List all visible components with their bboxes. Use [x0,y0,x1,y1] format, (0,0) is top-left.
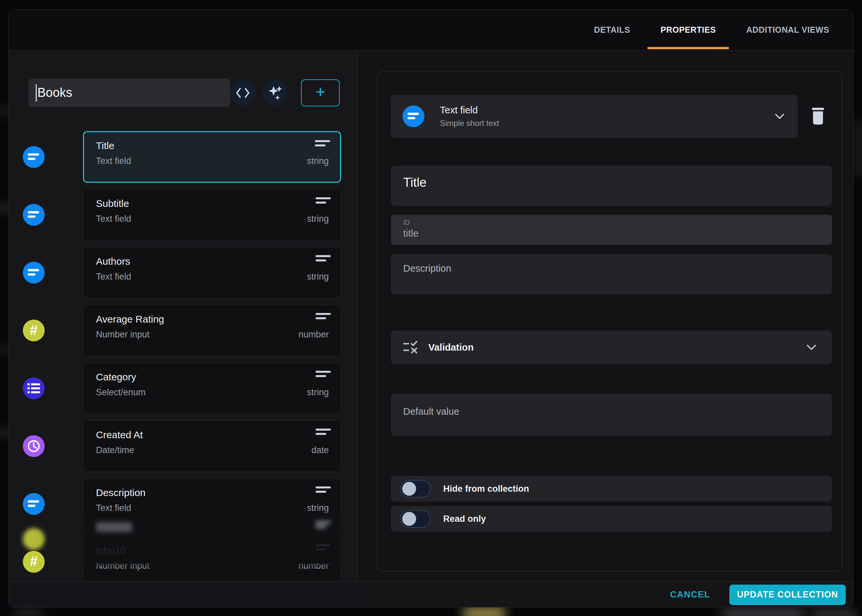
hide-from-collection-label: Hide from collection [443,484,529,494]
active-tab-underline [647,47,729,49]
id-label: ID [403,219,832,226]
id-value: title [403,228,832,239]
tab-details[interactable]: DETAILS [579,9,645,50]
drag-handle-icon[interactable] [315,197,331,206]
collection-name-value: Books [37,86,72,100]
drag-handle-icon[interactable] [315,255,331,264]
field-card-authors[interactable]: Authors Text field string [83,247,341,299]
field-row: Created At Date/time date [9,420,357,472]
field-row: # Average Rating Number input number [9,305,357,356]
read-only-toggle-row[interactable]: Read only [391,506,832,532]
tab-additional-views-label: ADDITIONAL VIEWS [746,25,829,35]
short-text-icon [23,146,45,168]
number-icon: # [23,319,45,341]
default-value-placeholder: Default value [403,406,459,417]
validation-expander[interactable]: Validation [391,330,832,364]
property-editor-panel: Text field Simple short text [358,50,853,607]
add-field-button[interactable]: + [301,79,340,107]
auto-awesome-icon [268,85,282,101]
field-row: Title Text field string [9,131,357,183]
field-card-created-at[interactable]: Created At Date/time date [83,420,341,472]
tab-properties-label: PROPERTIES [660,25,716,35]
toggle-knob [402,512,416,526]
field-type-selector[interactable]: Text field Simple short text [391,95,798,138]
text-caret [36,84,37,101]
collection-name-row: Books [28,79,340,107]
collection-schema-panel: Books [9,50,358,607]
description-placeholder: Description [403,263,451,273]
tab-additional-views[interactable]: ADDITIONAL VIEWS [731,9,845,50]
drag-handle-icon [315,522,331,530]
background-blur-blob [856,119,862,178]
list-icon [23,377,45,399]
toggle-knob [402,482,416,496]
field-name-value: Title [403,176,426,189]
drag-handle-icon[interactable] [315,140,330,149]
trash-icon [811,108,825,125]
toggle-switch[interactable] [400,480,431,498]
field-card-average-rating[interactable]: Average Rating Number input number [83,305,341,356]
tab-details-label: DETAILS [594,25,630,35]
field-card-title[interactable]: Title Text field string [83,131,341,183]
collection-name-input[interactable]: Books [28,79,230,107]
field-row-partial-blurred [9,513,341,565]
chevron-down-icon [807,344,816,350]
background-blur-blob [462,606,506,616]
hide-from-collection-toggle-row[interactable]: Hide from collection [391,476,832,502]
drag-handle-icon[interactable] [315,486,331,495]
field-row: Authors Text field string [9,247,357,299]
drag-handle-icon[interactable] [315,371,331,379]
short-text-icon [23,262,45,284]
field-name-input[interactable]: Title [391,165,832,206]
drag-handle-icon[interactable] [315,429,331,437]
field-description-input[interactable]: Description [391,254,832,294]
cancel-button[interactable]: CANCEL [670,589,711,600]
modal-footer: CANCEL UPDATE COLLECTION [9,581,853,607]
background-blur-blob [13,610,43,616]
short-text-icon [23,493,45,515]
field-type-subtitle: Simple short text [440,119,775,128]
ai-autofill-button[interactable] [263,80,288,105]
background-blur-blob [721,609,804,616]
modal-header: DETAILS PROPERTIES ADDITIONAL VIEWS [9,9,853,50]
code-button[interactable] [230,80,255,105]
field-id-input[interactable]: ID title [391,215,832,245]
clock-icon [23,435,45,457]
background-blur-blob [810,610,857,616]
number-icon [23,528,45,550]
toggle-switch[interactable] [400,510,431,528]
drag-handle-icon[interactable] [315,313,331,322]
field-row: Category Select/enum string [9,363,357,414]
code-icon [235,87,250,99]
update-collection-button[interactable]: UPDATE COLLECTION [730,585,846,605]
default-value-input[interactable]: Default value [391,394,832,436]
property-form-container: Text field Simple short text [377,71,843,571]
tab-properties[interactable]: PROPERTIES [645,9,731,50]
modal-body: Books [9,50,853,607]
validation-label: Validation [429,342,807,353]
type-selector-row: Text field Simple short text [391,95,842,138]
blurred-text [96,522,132,532]
rule-icon [403,341,418,354]
edit-collection-modal: DETAILS PROPERTIES ADDITIONAL VIEWS Book… [8,9,853,607]
field-row: Subtitle Text field string [9,189,357,240]
delete-field-button[interactable] [808,107,828,126]
chevron-down-icon [775,113,785,119]
field-type-title: Text field [440,105,775,116]
field-card-subtitle[interactable]: Subtitle Text field string [83,189,341,240]
field-card-blurred [83,513,341,565]
read-only-label: Read only [443,514,486,524]
field-card-category[interactable]: Category Select/enum string [83,363,341,414]
short-text-icon [403,105,424,127]
short-text-icon [23,204,45,226]
